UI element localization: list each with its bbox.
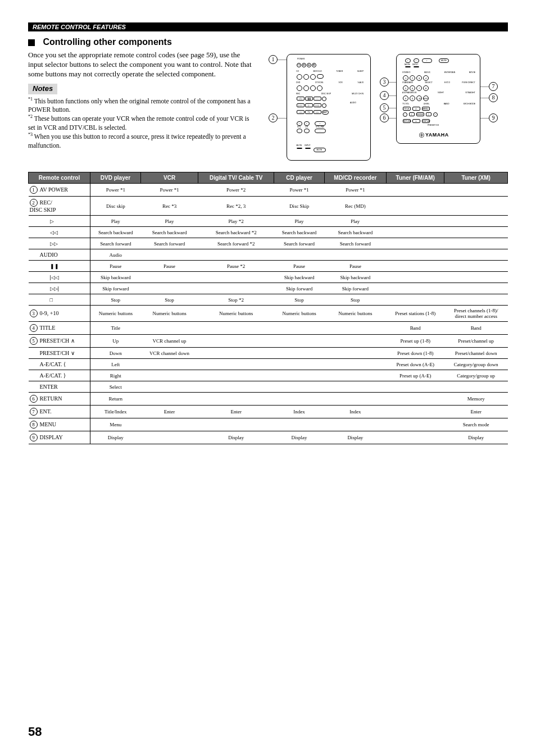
notes-label: Notes [28, 84, 57, 94]
data-cell: Numeric buttons [274, 306, 324, 322]
rc-cell: □ [29, 294, 90, 306]
callout-4: 4 [380, 91, 389, 100]
data-cell: Play [274, 216, 324, 227]
data-cell [141, 393, 198, 406]
btn-select [410, 85, 415, 91]
data-cell: Skip forward [324, 283, 386, 294]
btn-ch-up: + [304, 121, 310, 126]
data-cell [274, 418, 324, 431]
data-cell: Pause [324, 261, 386, 272]
data-cell: Disc skip [90, 197, 141, 216]
data-cell: Down [90, 348, 141, 359]
btn-pause: ❚❚ [305, 97, 313, 101]
data-cell [387, 184, 444, 197]
table-row: ▷▷|Skip forwardSkip forwardSkip forward [29, 283, 508, 294]
data-cell [198, 249, 274, 261]
table-row: PRESET/CH ∨DownVCR channel downPreset do… [29, 348, 508, 359]
leader-5 [389, 108, 396, 108]
lbl-movie: MOVIE [469, 71, 475, 74]
lbl-multichin: MULTI CH IN [352, 93, 364, 95]
lbl-dvd: DVD [296, 81, 300, 84]
data-cell: Title/Index [90, 406, 141, 418]
data-cell [444, 283, 508, 294]
rc-cell: 2REC/DISC SKIP [29, 197, 90, 216]
btn-movie [423, 75, 429, 81]
table-row: A-E/CAT. ⟨LeftPreset down (A-E)Category/… [29, 359, 508, 370]
lbl-mdcdr: MD/CD-R [314, 70, 322, 72]
rc-cell: ◁◁ [29, 227, 90, 238]
btn-spk-a [403, 95, 408, 101]
th-tunerfm: Tuner (FM/AM) [387, 172, 444, 184]
lbl-presetch: PRESET/CH [428, 124, 439, 126]
data-cell: Pause [141, 261, 198, 272]
data-cell: Numeric buttons [198, 306, 274, 322]
data-cell: Rec *3 [141, 197, 198, 216]
header-bar: REMOTE CONTROL FEATURES [28, 22, 508, 31]
data-cell: Search forward [274, 238, 324, 249]
btn-skipbk: |◁◁ [297, 103, 305, 107]
data-cell: Stop [274, 294, 324, 306]
data-cell [274, 393, 324, 406]
data-cell: Power *1 [274, 184, 324, 197]
data-cell: Select [90, 381, 141, 393]
btn-music [410, 75, 415, 81]
th-dvd: DVD player [90, 172, 141, 184]
data-cell [198, 370, 274, 381]
data-cell [387, 431, 444, 444]
data-cell [141, 359, 198, 370]
callout-6: 6 [380, 113, 389, 122]
data-cell [444, 227, 508, 238]
data-cell: Enter [444, 406, 508, 418]
data-cell: VCR channel down [141, 348, 198, 359]
data-cell: Stop [90, 294, 141, 306]
data-cell: Play [324, 216, 386, 227]
th-cd: CD player [274, 172, 324, 184]
leader-9 [480, 118, 489, 119]
lbl-mute-l: MUTE [296, 144, 302, 147]
data-cell [387, 393, 444, 406]
data-cell: Search backward [90, 227, 141, 238]
lbl-sleep: SLEEP [357, 70, 364, 72]
btn-r-mute2 [405, 66, 411, 67]
leader-2 [278, 118, 287, 119]
yamaha-mark-icon [419, 133, 424, 138]
data-cell [387, 261, 444, 272]
data-cell [324, 322, 386, 335]
rc-cell: |◁◁ [29, 272, 90, 283]
data-cell: Category/group up [444, 370, 508, 381]
rc-cell: ▷▷| [29, 283, 90, 294]
lbl-input-l: INPUT [305, 144, 311, 147]
data-cell: VCR channel up [141, 335, 198, 348]
lbl-band: BAND [444, 103, 449, 105]
data-cell: Search forward [141, 238, 198, 249]
yamaha-logo-area: YAMAHA [419, 132, 449, 138]
btn-r-ch-up: + [414, 58, 419, 63]
table-row: 6RETURNReturnMemory [29, 393, 508, 406]
btn-rec: ○/▷ [297, 97, 305, 101]
data-cell: Up [90, 335, 141, 348]
btn-sleep [317, 74, 324, 79]
data-cell: Title [90, 322, 141, 335]
callout-1: 1 [269, 55, 278, 64]
data-cell [324, 249, 386, 261]
btn-pure [423, 85, 429, 91]
btn-r-input [414, 66, 419, 67]
data-cell [444, 261, 508, 272]
notes-block: *1 This button functions only when the o… [28, 97, 253, 151]
data-cell [141, 283, 198, 294]
callout-2: 2 [269, 113, 278, 122]
lbl-entertain: ENTERTAIN [444, 71, 456, 74]
data-cell: Search backward *2 [198, 227, 274, 238]
table-row: 7ENT.Title/IndexEnterEnterIndexIndexEnte… [29, 406, 508, 418]
rc-cell: 4TITLE [29, 322, 90, 335]
data-cell [198, 359, 274, 370]
data-cell: Rec *2, 3 [198, 197, 274, 216]
data-cell [444, 216, 508, 227]
btn-vcr [310, 85, 316, 91]
table-row: ENTERSelect [29, 381, 508, 393]
btn-srchbk: ◁◁ [297, 110, 305, 114]
table-row: ❚❚PausePausePause *2PausePause [29, 261, 508, 272]
data-cell: Play *2 [198, 216, 274, 227]
callout-3: 3 [380, 78, 389, 86]
btn-standard [403, 85, 408, 91]
